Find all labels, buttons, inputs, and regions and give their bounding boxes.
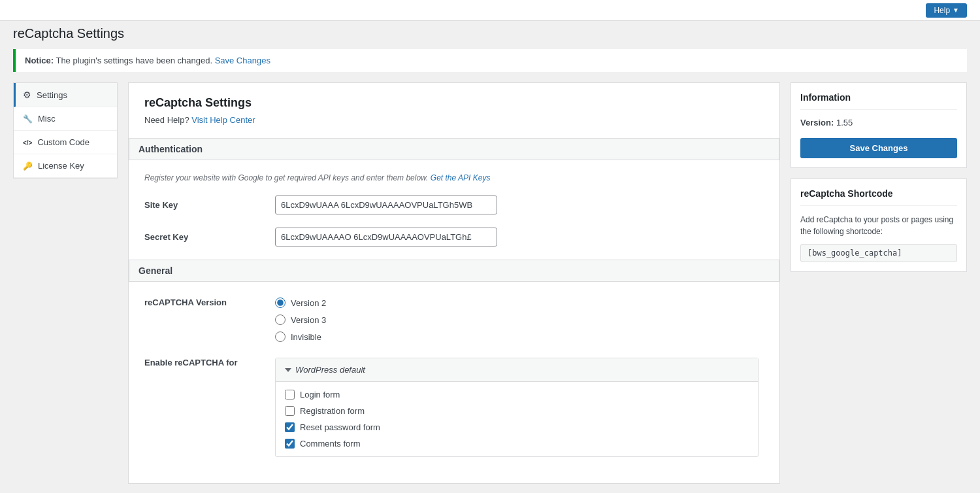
login-form-checkbox[interactable] [285,390,295,400]
notice-message: The plugin's settings have been changed. [56,56,212,65]
visit-help-center-link[interactable]: Visit Help Center [191,115,255,125]
sidebar: Settings Misc Custom Code License Key [13,82,118,178]
version-text: Version: 1.55 [800,118,957,128]
enable-label: Enable reCAPTCHA for [144,358,275,367]
top-bar: Help ▼ [0,0,980,21]
registration-form-option[interactable]: Registration form [285,406,749,416]
content-area: reCaptcha Settings Need Help? Visit Help… [128,82,780,484]
content-title: reCaptcha Settings [144,96,764,110]
recaptcha-version-row: reCAPTCHA Version Version 2 Version 3 In… [144,295,764,342]
general-section-header: General [129,260,779,282]
version-value: 1.55 [836,118,853,128]
registration-form-checkbox[interactable] [285,406,295,416]
sidebar-settings-label: Settings [37,90,67,100]
page-title: reCaptcha Settings [0,21,980,49]
invisible-option[interactable]: Invisible [275,332,326,342]
chevron-down-icon: ▼ [953,7,959,14]
version3-radio[interactable] [275,314,286,325]
version-label: Version: [800,118,834,128]
checkbox-section: WordPress default Login form Registratio… [275,358,759,457]
sidebar-customcode-label: Custom Code [37,137,89,147]
help-text-label: Need Help? [144,115,189,125]
shortcode-box: reCaptcha Shortcode Add reCaptcha to you… [791,178,967,272]
wordpress-default-label: WordPress default [295,365,365,375]
version-label: reCAPTCHA Version [144,298,275,307]
version2-option[interactable]: Version 2 [275,298,326,308]
version3-option[interactable]: Version 3 [275,314,326,325]
sidebar-right: Information Version: 1.55 Save Changes r… [791,82,967,484]
main-layout: Settings Misc Custom Code License Key re… [0,82,980,493]
site-key-label: Site Key [144,200,275,210]
reset-password-form-checkbox[interactable] [285,422,295,432]
information-title: Information [800,92,957,110]
save-changes-button[interactable]: Save Changes [800,138,957,158]
sidebar-item-custom-code[interactable]: Custom Code [14,131,117,154]
version-radio-group: Version 2 Version 3 Invisible [275,298,326,342]
notice-bar: Notice: The plugin's settings have been … [13,49,967,72]
shortcode-value: [bws_google_captcha] [800,244,957,262]
authentication-section-header: Authentication [129,138,779,160]
get-api-keys-link[interactable]: Get the API Keys [431,173,491,182]
version3-label: Version 3 [291,315,326,325]
auth-description: Register your website with Google to get… [144,173,764,182]
information-box: Information Version: 1.55 Save Changes [791,82,967,168]
comments-form-option[interactable]: Comments form [285,439,749,449]
version2-label: Version 2 [291,298,326,308]
sidebar-item-misc[interactable]: Misc [14,107,117,131]
sidebar-item-settings[interactable]: Settings [14,83,117,107]
comments-form-label: Comments form [300,439,360,449]
collapse-icon [285,368,291,372]
help-label: Help [934,6,950,15]
sidebar-item-license-key[interactable]: License Key [14,154,117,178]
code-icon [23,137,32,147]
gear-icon [23,90,31,100]
secret-key-input[interactable] [275,228,497,246]
site-key-row: Site Key [144,196,764,214]
notice-prefix: Notice: [25,56,54,65]
sidebar-misc-label: Misc [38,114,56,124]
secret-key-row: Secret Key [144,228,764,246]
help-text: Need Help? Visit Help Center [144,115,764,125]
secret-key-label: Secret Key [144,232,275,242]
site-key-input[interactable] [275,196,497,214]
sidebar-licensekey-label: License Key [38,161,84,171]
enable-recaptcha-row: Enable reCAPTCHA for WordPress default L… [144,355,764,457]
login-form-label: Login form [300,390,340,400]
login-form-option[interactable]: Login form [285,390,749,400]
version2-radio[interactable] [275,298,286,308]
reset-password-form-option[interactable]: Reset password form [285,422,749,432]
wordpress-default-header[interactable]: WordPress default [276,358,758,382]
help-button[interactable]: Help ▼ [926,3,967,18]
invisible-radio[interactable] [275,332,286,342]
shortcode-title: reCaptcha Shortcode [800,188,957,206]
registration-form-label: Registration form [300,406,365,416]
shortcode-description: Add reCaptcha to your posts or pages usi… [800,214,957,237]
key-icon [23,161,33,171]
checkbox-list: Login form Registration form Reset passw… [276,382,758,456]
invisible-label: Invisible [291,332,321,342]
reset-password-form-label: Reset password form [300,422,380,432]
wrench-icon [23,114,33,124]
notice-save-link[interactable]: Save Changes [215,56,270,65]
comments-form-checkbox[interactable] [285,439,295,449]
